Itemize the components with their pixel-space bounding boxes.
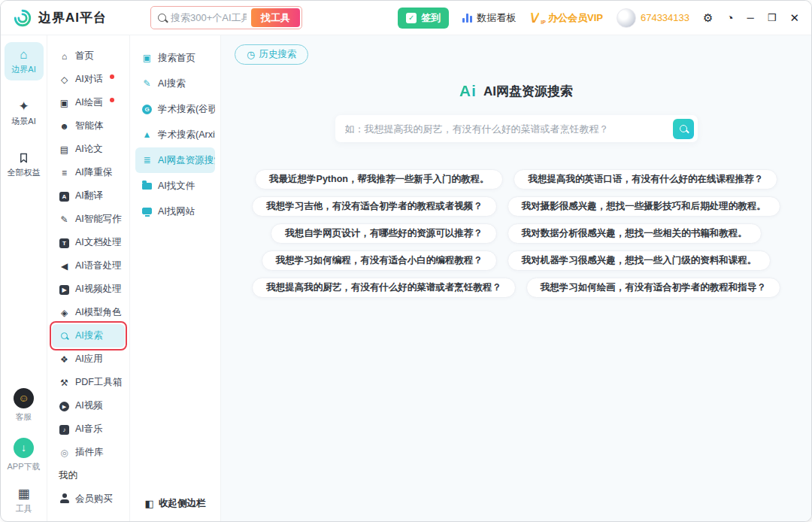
rail-item-all-benefits[interactable]: 全部权益: [5, 146, 44, 184]
account[interactable]: 674334133: [617, 8, 689, 28]
apps-icon: ❖: [59, 355, 70, 364]
bulb-icon: ✦: [18, 100, 29, 113]
rail-label: APP下载: [7, 461, 40, 472]
menu-label: AI降重保: [75, 166, 112, 179]
find-tools-button[interactable]: 找工具: [251, 8, 300, 27]
bar-chart-icon: [462, 14, 472, 23]
sidebar-item-ai-video-processing[interactable]: ▶AI视频处理: [52, 278, 125, 301]
sidebar-item-ai-search[interactable]: AI搜索: [52, 324, 125, 347]
submenu-item-search-home[interactable]: ▣搜索首页: [135, 45, 215, 71]
suggestion-chip[interactable]: 我最近想学Python，帮我推荐一些新手入门的教程。: [255, 169, 503, 190]
sidebar-item-ai-translate[interactable]: AAI翻译: [52, 184, 125, 208]
submenu-label: AI搜索: [158, 77, 186, 90]
sidebar-item-ai-writing[interactable]: ✎AI智能写作: [52, 208, 125, 231]
history-search-button[interactable]: ◷ 历史搜索: [235, 44, 308, 65]
sidebar-item-ai-chat[interactable]: ◇AI对话: [52, 68, 125, 91]
sidebar-item-ai-doc[interactable]: TAI文档处理: [52, 231, 125, 254]
suggestion-chip[interactable]: 我想自学网页设计，有哪些好的资源可以推荐？: [271, 223, 497, 244]
sidebar-item-ai-music[interactable]: ♪AI音乐: [52, 417, 125, 441]
menu-label: AI智能写作: [75, 213, 122, 226]
notification-dot: [110, 74, 114, 79]
sidebar-item-ai-paper[interactable]: ▤AI论文: [52, 138, 125, 161]
settings-gear-icon[interactable]: ⚙: [703, 12, 713, 23]
sidebar-item-ai-rewrite[interactable]: ≡AI降重保: [52, 161, 125, 184]
main-search-input[interactable]: [345, 123, 667, 135]
submenu-label: 学术搜索(谷歌...: [158, 103, 215, 116]
bookmark-icon: [18, 152, 29, 164]
submenu-item-academic-search-google[interactable]: G学术搜索(谷歌...: [135, 96, 215, 122]
collapse-sidebar-button[interactable]: ◧ 收起侧边栏: [130, 497, 220, 510]
tools-button[interactable]: ▦ 工具: [15, 487, 32, 514]
rail-label: 场景AI: [11, 116, 35, 127]
menu-label: 插件库: [75, 446, 104, 459]
sidebar-item-agent[interactable]: ☻智能体: [52, 114, 125, 138]
suggestion-chip[interactable]: 我对摄影很感兴趣，想找一些摄影技巧和后期处理的教程。: [508, 196, 780, 217]
app-download-button[interactable]: ↓ APP下载: [7, 438, 40, 472]
customer-service-icon: ☺: [14, 388, 34, 408]
rail-label: 全部权益: [8, 167, 41, 178]
search-submit-button[interactable]: [673, 119, 694, 139]
dashboard-label: 数据看板: [477, 11, 516, 25]
suggestion-chips: 我最近想学Python，帮我推荐一些新手入门的教程。 我想提高我的英语口语，有没…: [221, 169, 811, 298]
notification-dot: [110, 98, 114, 102]
vip-label: 办公会员VIP: [548, 11, 603, 25]
music-note-icon: ♪: [59, 424, 70, 435]
icon-rail: ⌂ 边界AI ✦ 场景AI 全部权益 ☺ 客服 ↓ APP下: [1, 35, 47, 522]
customer-service-button[interactable]: ☺ 客服: [14, 388, 34, 423]
menu-label: 首页: [75, 50, 94, 62]
phone-download-icon: ↓: [14, 438, 34, 458]
suggestion-chip[interactable]: 我想学习如何绘画，有没有适合初学者的教程和指导？: [526, 278, 780, 298]
submenu-item-ai-find-websites[interactable]: AI找网站: [135, 199, 215, 224]
search-submenu: ▣搜索首页 ✎AI搜索 G学术搜索(谷歌... ▲学术搜索(Arxiv) ≣AI…: [130, 35, 221, 522]
sidebar-item-ai-voice[interactable]: ◀AI语音处理: [52, 254, 125, 278]
sidebar-item-home[interactable]: ⌂首页: [52, 44, 125, 68]
menu-label: AI论文: [75, 143, 103, 156]
tool-search-input[interactable]: [171, 12, 247, 23]
theme-toggle-icon[interactable]: ◔: [726, 12, 733, 23]
plugin-icon: ◎: [59, 448, 70, 457]
suggestion-chip[interactable]: 我想提高我的厨艺，有没有什么好的菜谱或者烹饪教程？: [252, 278, 516, 298]
sidebar-section-mine: 我的: [52, 464, 125, 487]
suggestion-chip[interactable]: 我想学习如何编程，有没有适合小白的编程教程？: [262, 250, 497, 271]
sidebar-item-ai-drawing[interactable]: ▣AI绘画: [52, 91, 125, 114]
search-page-icon: ▣: [141, 53, 153, 62]
speaker-icon: ◀: [59, 262, 70, 271]
sidebar-item-ai-model-role[interactable]: ◈AI模型角色: [52, 301, 125, 324]
menu-label: AI视频处理: [75, 283, 122, 296]
sidebar-item-pdf-toolbox[interactable]: ⚒PDF工具箱: [52, 371, 125, 394]
rail-item-scene-ai[interactable]: ✦ 场景AI: [5, 94, 44, 132]
dashboard-link[interactable]: 数据看板: [462, 11, 516, 25]
menu-label: AI绘画: [75, 96, 103, 109]
rail-item-boundary-ai[interactable]: ⌂ 边界AI: [5, 42, 44, 80]
submenu-item-ai-search[interactable]: ✎AI搜索: [135, 71, 215, 96]
home-icon: ⌂: [20, 48, 27, 61]
submenu-label: AI找网站: [158, 205, 195, 218]
maximize-button[interactable]: ❒: [768, 13, 777, 23]
submenu-item-ai-netdisk-search[interactable]: ≣AI网盘资源搜索: [135, 147, 215, 173]
submenu-item-ai-find-files[interactable]: AI找文件: [135, 173, 215, 199]
minimize-button[interactable]: ─: [747, 13, 754, 23]
rail-label: 边界AI: [11, 64, 35, 75]
person-icon: [59, 493, 70, 505]
suggestion-chip[interactable]: 我对机器学习很感兴趣，想找一些入门级的资料和课程。: [508, 250, 771, 271]
menu-label: AI视频: [75, 399, 103, 412]
suggestion-chip[interactable]: 我想学习吉他，有没有适合初学者的教程或者视频？: [252, 196, 497, 217]
collapse-label: 收起侧边栏: [159, 497, 206, 510]
suggestion-chip[interactable]: 我对数据分析很感兴趣，想找一些相关的书籍和教程。: [508, 223, 762, 244]
sidebar-item-plugin-library[interactable]: ◎插件库: [52, 441, 125, 464]
vip-link[interactable]: VIP 办公会员VIP: [529, 11, 603, 25]
main-search-box: [335, 115, 698, 142]
submenu-item-academic-search-arxiv[interactable]: ▲学术搜索(Arxiv): [135, 122, 215, 147]
checkin-button[interactable]: ✓ 签到: [398, 8, 449, 29]
menu-label: AI模型角色: [75, 306, 122, 319]
sidebar-item-ai-video[interactable]: ▶AI视频: [52, 394, 125, 417]
chip-row: 我想学习如何编程，有没有适合小白的编程教程？ 我对机器学习很感兴趣，想找一些入门…: [262, 250, 771, 271]
menu-label: AI翻译: [75, 190, 103, 202]
sidebar-item-ai-apps[interactable]: ❖AI应用: [52, 347, 125, 371]
checkin-label: 签到: [421, 11, 441, 25]
sidebar-item-membership-purchase[interactable]: 会员购买: [52, 487, 125, 511]
close-button[interactable]: ✕: [789, 12, 799, 23]
suggestion-chip[interactable]: 我想提高我的英语口语，有没有什么好的在线课程推荐？: [514, 169, 777, 190]
search-icon: [158, 14, 166, 22]
wrench-icon: ⚒: [59, 378, 70, 387]
